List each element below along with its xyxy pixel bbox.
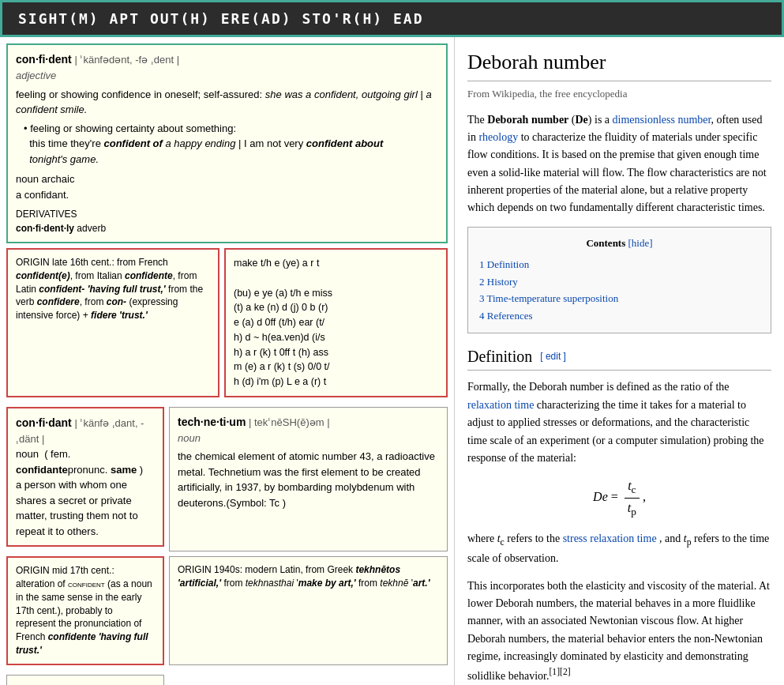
confident-def1: feeling or showing confidence in oneself…: [16, 87, 438, 118]
lh-card: l.h. abbreviation left hand. LH: [6, 675, 164, 685]
confident-derivatives: DERIVATIVES con·fi·dent·ly adverb: [16, 207, 438, 235]
confidant-pos: noun ( fem. confidantepronunc. same ): [16, 446, 155, 477]
confident-pos: adjective: [16, 68, 438, 84]
main-layout: con·fi·dent | ˈkänfədənt, -fə ˌdent | ad…: [0, 37, 784, 685]
contents-item-3[interactable]: 3 Time-temperature superposition: [479, 291, 760, 307]
definition-body2: where tc refers to the stress relaxation…: [467, 530, 771, 568]
top-banner: SIGHT(M) APT OUT(H) ERE(AD) STO'R(H) EAD: [0, 0, 784, 37]
lh-head: l.h.: [15, 682, 156, 685]
confident-card: con·fi·dent | ˈkänfədənt, -fə ˌdent | ad…: [6, 43, 448, 243]
math-formula: De = tc tp ,: [467, 476, 771, 520]
scramble-text: make t/h e (ye) a r t (bu) e ye (a) t/h …: [234, 256, 438, 390]
wiki-title: Deborah number: [467, 47, 771, 81]
technetium-row: con·fi·dant | ˈkänfə ˌdant, - ˌdänt | no…: [6, 407, 448, 552]
superscript-ref: [1][2]: [549, 667, 570, 677]
contents-item-4[interactable]: 4 References: [479, 308, 760, 324]
confident-def2: • feeling or showing certainty about som…: [24, 121, 438, 167]
stress-relaxation-time-link[interactable]: stress relaxation time: [563, 533, 657, 544]
technetium-pos: noun: [178, 431, 439, 446]
confident-archaic: noun archaic a confidant.: [16, 171, 438, 202]
technetium-def: the chemical element of atomic number 43…: [178, 449, 439, 510]
contents-item-1[interactable]: 1 Definition: [479, 257, 760, 273]
dict-row2: ORIGIN late 16th cent.: from French conf…: [6, 248, 448, 402]
confidant-origin-text: ORIGIN mid 17th cent.: alteration of con…: [16, 564, 155, 657]
technetium-origin-text: ORIGIN 1940s: modern Latin, from Greek t…: [178, 563, 439, 590]
technetium-card: tech·ne·ti·um | tekˈnēSH(ē)əm | noun the…: [169, 407, 448, 552]
relaxation-time-link[interactable]: relaxation time: [467, 399, 534, 411]
technetium-origin-card: ORIGIN 1940s: modern Latin, from Greek t…: [169, 556, 448, 665]
rheology-link[interactable]: rheology: [478, 131, 518, 143]
definition-edit-link[interactable]: [ edit ]: [540, 349, 566, 363]
origin-confident-text: ORIGIN late 16th cent.: from French conf…: [16, 256, 210, 322]
right-panel: Deborah number From Wikipedia, the free …: [454, 37, 784, 685]
banner-text: SIGHT(M) APT OUT(H) ERE(AD) STO'R(H) EAD: [18, 10, 423, 27]
dimensionless-link[interactable]: dimensionless number: [613, 114, 711, 126]
definition-section-title: Definition [ edit ]: [467, 344, 771, 371]
confidant-def: a person with whom one shares a secret o…: [16, 477, 155, 539]
contents-header: Contents [hide]: [479, 235, 760, 251]
confident-headword: con·fi·dent: [16, 53, 72, 66]
definition-body1: Formally, the Deborah number is defined …: [467, 378, 771, 467]
confidant-origin-card: ORIGIN mid 17th cent.: alteration of con…: [6, 556, 164, 665]
left-panel: con·fi·dent | ˈkänfədənt, -fə ˌdent | ad…: [0, 37, 454, 685]
contents-item-2[interactable]: 2 History: [479, 274, 760, 290]
contents-hide-link[interactable]: [hide]: [628, 237, 653, 249]
confident-pronunciation: | ˈkänfədənt, -fə ˌdent |: [74, 54, 179, 66]
contents-box: Contents [hide] 1 Definition 2 History 3…: [467, 227, 771, 334]
scramble-card: make t/h e (ye) a r t (bu) e ye (a) t/h …: [224, 248, 448, 397]
definition-body3: This incorporates both the elasticity an…: [467, 578, 771, 686]
confidant-card: con·fi·dant | ˈkänfə ˌdant, - ˌdänt | no…: [6, 407, 164, 548]
origin-confident-card: ORIGIN late 16th cent.: from French conf…: [6, 248, 219, 397]
origin-row2: ORIGIN mid 17th cent.: alteration of con…: [6, 556, 448, 670]
wiki-subtitle: From Wikipedia, the free encyclopedia: [467, 86, 771, 102]
wiki-intro: The Deborah number (De) is a dimensionle…: [467, 111, 771, 217]
